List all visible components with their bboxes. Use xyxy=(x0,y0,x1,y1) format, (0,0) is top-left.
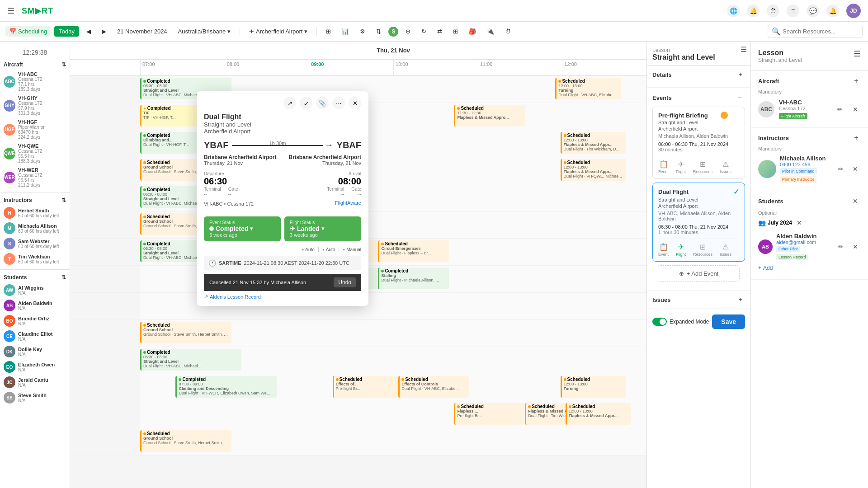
rotate-btn[interactable]: ↻ xyxy=(418,26,430,37)
list-icon[interactable]: ≡ xyxy=(787,5,799,17)
students-year-close-btn[interactable]: ✕ xyxy=(794,217,805,228)
sidebar-item-bo[interactable]: BO Brandie Ortiz N/A xyxy=(0,313,70,328)
student-avatar-aw: AW xyxy=(4,284,15,296)
rp-instructors-add-btn[interactable]: + xyxy=(852,133,861,142)
popup-pin-btn[interactable]: 📎 xyxy=(316,97,329,109)
grid-view-btn[interactable]: ⊞ xyxy=(322,26,335,37)
rp-student-edit-btn[interactable]: ✏ xyxy=(835,241,846,252)
timezone-btn[interactable]: Australia/Brisbane ▾ xyxy=(175,26,235,37)
sidebar-item-jc[interactable]: JC Jerald Cantu N/A xyxy=(0,375,70,390)
search-box[interactable]: 🔍 xyxy=(768,25,863,38)
events-minus-btn[interactable]: − xyxy=(734,92,745,103)
calendar-content-wrapper: Thu, 21 Nov 07:00 08:00 09:00 10:00 11:0… xyxy=(70,42,646,488)
sidebar-item-ss[interactable]: SS Steve Smith N/A xyxy=(0,390,70,405)
popup-flightaware-link[interactable]: FlightAware xyxy=(335,200,361,209)
search-icon: 🔍 xyxy=(772,27,781,36)
preflight-event-icon[interactable]: 📋 Event xyxy=(658,160,669,174)
popup-arr-time: 08:00 xyxy=(327,176,361,187)
students-sort-icon[interactable]: ⇅ xyxy=(61,274,66,281)
hamburger-icon[interactable]: ☰ xyxy=(7,6,14,16)
right-panel-menu-icon[interactable]: ☰ xyxy=(854,49,861,59)
popup-event-status-label: Event Status xyxy=(209,220,275,225)
popup-shrink-btn[interactable]: ↙ xyxy=(300,97,312,109)
sidebar-item-tim[interactable]: T Tim Wickham 60 of 60 hrs duty left xyxy=(0,251,70,267)
add-event-btn[interactable]: ⊕ + Add Event xyxy=(658,265,740,282)
rp-add-student-btn[interactable]: + Add xyxy=(758,262,773,274)
sort-btn[interactable]: ⇅ xyxy=(373,26,385,37)
popup-close-btn[interactable]: ✕ xyxy=(349,97,361,109)
clock-btn[interactable]: ⏱ xyxy=(501,26,514,37)
sidebar-item-eo[interactable]: EO Elizabeth Owen N/A xyxy=(0,359,70,375)
undo-button[interactable]: Undo xyxy=(334,277,356,287)
instructors-sort-icon[interactable]: ⇅ xyxy=(61,197,66,203)
issues-add-btn[interactable]: + xyxy=(736,295,745,304)
s-badge[interactable]: S xyxy=(388,27,398,37)
search-input[interactable] xyxy=(783,28,859,35)
sidebar-item-hgf[interactable]: HGF VH-HGF Piper Warrior 63470 hrs 224.2… xyxy=(0,117,70,141)
next-btn[interactable]: ▶ xyxy=(98,26,110,37)
grid2-btn[interactable]: ⊞ xyxy=(449,26,462,37)
sidebar-item-ab[interactable]: AB Alden Baldwin N/A xyxy=(0,298,70,313)
details-add-btn[interactable]: + xyxy=(736,70,745,79)
rp-students-section: Students ✕ Optional 👥 July 2024 ✕ AB Ald… xyxy=(751,190,868,280)
rp-students-close-btn[interactable]: ✕ xyxy=(850,196,861,206)
preflight-icons: 📋 Event ✈ Flight ⊞ Resources ⚠ Issues xyxy=(658,156,739,174)
bell-icon[interactable]: 🔔 xyxy=(747,5,760,17)
rp-student-remove-btn[interactable]: ✕ xyxy=(850,241,861,252)
popup-more-btn[interactable]: ⋯ xyxy=(332,97,345,109)
preflight-resources-icon[interactable]: ⊞ Resources xyxy=(693,160,712,174)
globe-icon[interactable]: 🌐 xyxy=(727,5,740,17)
rp-aircraft-add-btn[interactable]: + xyxy=(852,76,861,85)
dual-flight-icon[interactable]: ✈ Flight xyxy=(676,243,686,257)
lesson-record-link[interactable]: ↗ Alden's Lesson Record xyxy=(204,291,361,302)
toggle-switch[interactable] xyxy=(652,318,667,326)
layers-btn[interactable]: ⊕ xyxy=(402,26,414,37)
cal-view-btn[interactable]: 📊 xyxy=(338,26,353,37)
dual-event-icon[interactable]: 📋 Event xyxy=(658,243,669,257)
dual-flight-card: Dual Flight ✓ Straight and Level Archerf… xyxy=(652,183,745,262)
sidebar-item-herbet[interactable]: H Herbet Smith 60 of 60 hrs duty left xyxy=(0,205,70,221)
rp-aircraft-type: Cessna 172 xyxy=(779,106,830,111)
preflight-issues-icon[interactable]: ⚠ Issues xyxy=(720,160,731,174)
clock-nav-icon[interactable]: ⏱ xyxy=(767,5,779,17)
prev-btn[interactable]: ◀ xyxy=(83,26,94,37)
sidebar-item-ce[interactable]: CE Claudine Elliot N/A xyxy=(0,328,70,344)
nav-icons: 🌐 🔔 ⏱ ≡ 💬 🔔 JD xyxy=(727,4,861,18)
expanded-mode-toggle[interactable]: Expanded Mode xyxy=(652,318,709,326)
dual-resources-icon[interactable]: ⊞ Resources xyxy=(693,243,712,257)
plug-btn[interactable]: 🔌 xyxy=(483,26,498,37)
sidebar-item-michaela[interactable]: M Michaela Allison 60 of 60 hrs duty lef… xyxy=(0,221,70,236)
filter-btn[interactable]: ⚙ xyxy=(356,26,369,37)
dual-issues-icon[interactable]: ⚠ Issues xyxy=(720,243,731,257)
sidebar-item-qwe[interactable]: QWE VH-QWE Cessna 172 95.5 hrs 188.3 day… xyxy=(0,141,70,165)
save-button[interactable]: Save xyxy=(712,314,745,329)
bag-btn[interactable]: 🎒 xyxy=(465,26,480,37)
right-panel-sub: Straight and Level xyxy=(758,57,802,63)
sidebar-item-aw[interactable]: AW Al Wiggins N/A xyxy=(0,282,70,298)
rp-aircraft-remove-btn[interactable]: ✕ xyxy=(850,104,861,115)
airport-btn[interactable]: ✈ Archerfield Airport ▾ xyxy=(245,26,311,37)
scheduling-tab[interactable]: 📅 Scheduling xyxy=(5,26,51,37)
rp-aircraft-mandatory: Mandatory xyxy=(758,89,861,94)
popup-expand-btn[interactable]: ↗ xyxy=(283,97,296,109)
popup-aircraft-row: VH-ABC • Cessna 172 FlightAware xyxy=(204,198,361,213)
preflight-flight-icon[interactable]: ✈ Flight xyxy=(676,160,686,174)
rp-aircraft-edit-btn[interactable]: ✏ xyxy=(835,104,845,115)
sidebar-item-dk[interactable]: DK Dollie Key N/A xyxy=(0,344,70,359)
notification-icon[interactable]: 🔔 xyxy=(826,5,839,17)
sidebar-item-wer[interactable]: WER VH-WER Cessna 172 96.5 hrs 211.2 day… xyxy=(0,165,70,189)
aircraft-sort-icon[interactable]: ⇅ xyxy=(61,61,66,68)
sidebar-item-ghy[interactable]: GHY VH-GHY Cessna 172 97.9 hrs 301.3 day… xyxy=(0,94,70,117)
sidebar-item-abc[interactable]: ABC VH-ABC Cessna 172 77.1 hrs 189.3 day… xyxy=(0,70,70,94)
popup-flight-status-card: Flight Status ✈ Landed ▾ 3 weeks ago xyxy=(284,216,361,241)
rp-instructor-phone[interactable]: 0400 123 456 xyxy=(780,162,832,167)
rp-instructor-edit-btn[interactable]: ✏ xyxy=(835,164,846,174)
chat-icon[interactable]: 💬 xyxy=(807,5,819,17)
rp-instructor-remove-btn[interactable]: ✕ xyxy=(850,164,861,174)
user-avatar[interactable]: JD xyxy=(846,4,861,18)
rp-student-email[interactable]: alden@gmail.com xyxy=(776,239,832,245)
today-btn[interactable]: Today xyxy=(54,26,79,37)
sidebar-item-sam[interactable]: S Sam Webster 60 of 60 hrs duty left xyxy=(0,236,70,251)
detail-close-btn[interactable]: ☰ xyxy=(741,45,747,54)
arrows-btn[interactable]: ⇄ xyxy=(434,26,446,37)
